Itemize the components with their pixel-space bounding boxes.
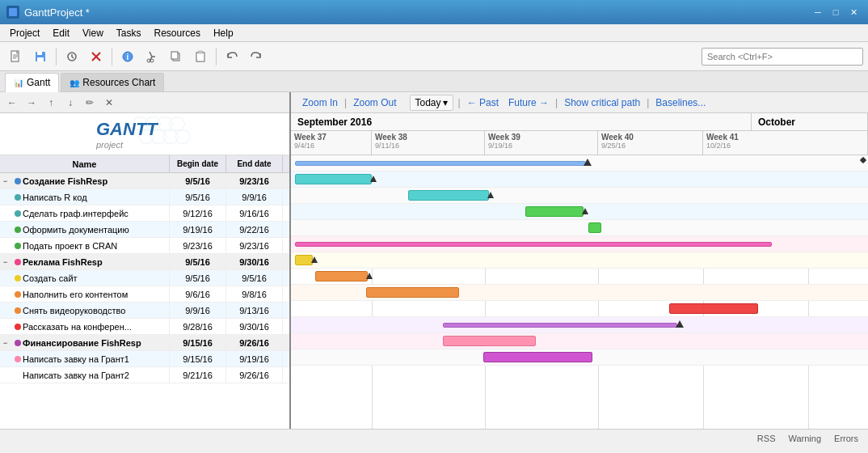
task-dot: [15, 194, 21, 201]
table-row[interactable]: − Финансирование FishResp 9/15/16 9/26/1…: [0, 335, 289, 351]
info-button[interactable]: i: [116, 45, 139, 68]
resources-tab-label: Resources Chart: [82, 77, 155, 88]
task-dot: [15, 210, 21, 217]
table-row[interactable]: Рассказать на конферен... 9/28/16 9/30/1…: [0, 319, 289, 335]
tab-gantt[interactable]: 📊 Gantt: [5, 73, 59, 92]
nav-up-button[interactable]: ↑: [42, 94, 60, 112]
svg-marker-22: [169, 117, 185, 130]
svg-marker-21: [157, 117, 173, 130]
svg-marker-26: [175, 130, 191, 143]
task-end: 9/5/16: [226, 270, 283, 286]
zoom-out-button[interactable]: Zoom Out: [348, 95, 401, 110]
task-dot: [15, 243, 21, 249]
status-warning[interactable]: Warning: [788, 434, 821, 443]
redo-button[interactable]: [245, 45, 268, 68]
week-41: Week 41 10/2/16: [703, 131, 868, 155]
task-end: 9/8/16: [226, 286, 283, 302]
copy-button[interactable]: [165, 45, 188, 68]
maximize-button[interactable]: □: [828, 4, 844, 20]
today-button[interactable]: Today ▾: [410, 95, 453, 111]
gantt-bar[interactable]: [483, 352, 592, 362]
svg-rect-0: [9, 8, 17, 16]
table-row[interactable]: Написать завку на Грант2 9/21/16 9/26/16: [0, 367, 289, 383]
task-begin: 9/5/16: [170, 189, 226, 205]
task-dot: [15, 259, 21, 265]
menu-tasks[interactable]: Tasks: [110, 26, 148, 40]
table-row[interactable]: Сделать граф.интерфейс 9/12/16 9/16/16: [0, 205, 289, 222]
delete-button[interactable]: [85, 45, 107, 68]
toolbar-separator-1: [56, 48, 57, 66]
table-row[interactable]: Оформить документацию 9/19/16 9/22/16: [0, 222, 289, 238]
gantt-bar[interactable]: [315, 271, 368, 282]
critical-path-button[interactable]: Show critical path: [559, 95, 645, 110]
gantt-bar[interactable]: [408, 190, 489, 201]
table-row[interactable]: Подать проект в CRAN 9/23/16 9/23/16: [0, 238, 289, 254]
today-dropdown-icon[interactable]: ▾: [443, 97, 448, 108]
task-dot: [15, 356, 21, 362]
task-table-header: Name Begin date End date: [0, 155, 289, 173]
minimize-button[interactable]: ─: [810, 4, 826, 20]
table-row[interactable]: Наполнить его контентом 9/6/16 9/8/16: [0, 286, 289, 303]
history-button[interactable]: [61, 45, 83, 68]
table-row[interactable]: − Создание FishResp 9/5/16 9/23/16: [0, 173, 289, 189]
milestone-icon: [582, 208, 588, 214]
clear-button[interactable]: ✕: [100, 94, 118, 112]
gantt-bar[interactable]: [588, 222, 601, 233]
expand-icon[interactable]: −: [3, 177, 13, 185]
past-button[interactable]: ← Past: [462, 95, 504, 110]
task-end: 9/26/16: [226, 367, 283, 383]
tab-resources[interactable]: 👥 Resources Chart: [61, 73, 164, 91]
svg-point-14: [150, 59, 154, 62]
nav-forward-button[interactable]: →: [23, 94, 40, 112]
task-begin: 9/5/16: [170, 173, 226, 188]
status-errors[interactable]: Errors: [834, 434, 858, 443]
gantt-bar[interactable]: [295, 255, 313, 265]
cut-button[interactable]: [141, 45, 163, 68]
menu-view[interactable]: View: [76, 26, 110, 40]
search-input[interactable]: [702, 48, 863, 66]
gantt-bar[interactable]: [295, 174, 372, 184]
gantt-bar[interactable]: [669, 303, 758, 314]
today-label: Today: [415, 97, 441, 108]
menu-resources[interactable]: Resources: [148, 26, 207, 40]
table-row[interactable]: Написать R код 9/5/16 9/9/16: [0, 189, 289, 205]
table-row[interactable]: Написать завку на Грант1 9/15/16 9/19/16: [0, 351, 289, 367]
gantt-bar[interactable]: [525, 206, 584, 217]
menu-edit[interactable]: Edit: [46, 26, 76, 40]
table-row[interactable]: − Реклама FishResp 9/5/16 9/30/16: [0, 254, 289, 270]
gantt-row: [291, 317, 868, 333]
gantt-bar[interactable]: [443, 323, 677, 328]
task-begin: 9/6/16: [170, 286, 226, 302]
status-rss[interactable]: RSS: [757, 434, 776, 443]
task-name: Написать завку на Грант1: [23, 354, 129, 364]
baselines-button[interactable]: Baselines...: [651, 95, 710, 110]
gantt-bar[interactable]: [295, 242, 772, 247]
menu-help[interactable]: Help: [207, 26, 240, 40]
task-end: 9/13/16: [226, 303, 283, 318]
undo-button[interactable]: [221, 45, 243, 68]
gantt-row: [291, 269, 868, 285]
menu-project[interactable]: Project: [3, 26, 46, 40]
nav-down-button[interactable]: ↓: [61, 94, 79, 112]
future-button[interactable]: Future →: [504, 95, 554, 110]
table-row[interactable]: Создать сайт 9/5/16 9/5/16: [0, 270, 289, 286]
save-button[interactable]: [29, 45, 52, 68]
expand-icon[interactable]: −: [3, 339, 13, 347]
close-button[interactable]: ✕: [845, 4, 862, 20]
milestone-icon: [487, 192, 494, 198]
new-button[interactable]: [5, 45, 27, 68]
zoom-in-button[interactable]: Zoom In: [297, 95, 343, 110]
gantt-row: [291, 236, 868, 252]
gantt-bar[interactable]: [443, 336, 536, 346]
gantt-bar[interactable]: [366, 287, 459, 298]
expand-icon[interactable]: −: [3, 258, 13, 266]
nav-back-button[interactable]: ←: [3, 94, 21, 112]
paste-button[interactable]: [189, 45, 212, 68]
gantt-bar[interactable]: [295, 161, 586, 166]
table-row[interactable]: Снять видеоруководство 9/9/16 9/13/16: [0, 303, 289, 319]
logo-area: GANTT project: [0, 113, 289, 155]
edit-button[interactable]: ✏: [81, 94, 99, 112]
resources-tab-icon: 👥: [70, 78, 79, 87]
tabs: 📊 Gantt 👥 Resources Chart: [0, 71, 868, 92]
window-controls[interactable]: ─ □ ✕: [810, 4, 862, 20]
